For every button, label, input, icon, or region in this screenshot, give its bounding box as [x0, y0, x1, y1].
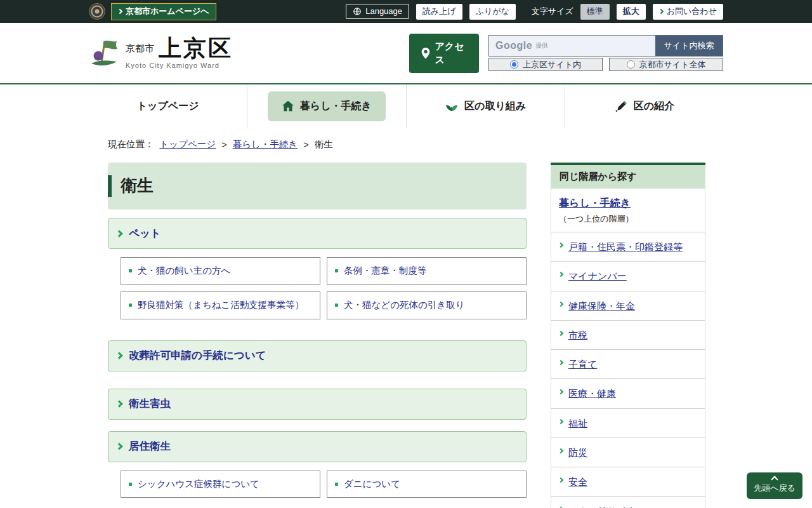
chevron-right-icon [117, 8, 122, 13]
kyoto-city-home-link[interactable]: 京都市ホームページへ [111, 3, 216, 20]
ward-name: 上京区 [159, 37, 233, 60]
section-heading-eisei-gaichu[interactable]: 衛生害虫 [108, 389, 527, 420]
sidebar-item-link[interactable]: マイナンバー [568, 269, 627, 283]
page-title-box: 衛生 [108, 163, 527, 210]
link-item[interactable]: 野良猫対策（まちねこ活動支援事業等） [121, 291, 320, 319]
sprout-icon [445, 100, 459, 112]
same-level-sidebar: 同じ階層から探す 暮らし・手続き （一つ上位の階層） 戸籍・住民票・印鑑登録等 … [551, 163, 705, 508]
sidebar-title: 同じ階層から探す [551, 165, 705, 189]
breadcrumb-label: 現在位置： [108, 138, 154, 150]
search-scope-city-option[interactable]: 京都市サイト全体 [609, 58, 723, 71]
chevron-right-icon [115, 352, 122, 359]
nav-ku-no-torikumi[interactable]: 区の取り組み [431, 91, 540, 121]
site-search: Google 提供 サイト内検索 上京区サイト内 京都市サイト全体 [488, 35, 723, 71]
section-heading-kyoju-eisei[interactable]: 居住衛生 [108, 431, 527, 462]
square-bullet-icon [129, 304, 132, 307]
contact-button[interactable]: お問い合わせ [653, 4, 723, 20]
back-to-top-button[interactable]: 先頭へ戻る [747, 472, 802, 499]
sidebar-parent-link[interactable]: 暮らし・手続き [559, 197, 631, 208]
link-label: シックハウス症候群について [138, 478, 259, 491]
nav-ku-no-shokai[interactable]: 区の紹介 [600, 91, 688, 121]
section-heading-pet[interactable]: ペット [108, 218, 527, 249]
square-bullet-icon [335, 269, 338, 272]
breadcrumb-current: 衛生 [315, 138, 333, 150]
sidebar-item-link[interactable]: 防災 [568, 445, 587, 460]
square-bullet-icon [129, 269, 132, 272]
link-label: 野良猫対策（まちねこ活動支援事業等） [138, 298, 304, 312]
link-label: 犬・猫などの死体の引き取り [344, 298, 465, 312]
chevron-right-icon [558, 272, 563, 277]
language-button[interactable]: Language [346, 4, 409, 19]
nav-shokai-label: 区の紹介 [634, 100, 674, 113]
chevron-right-icon [658, 8, 664, 13]
font-size-label: 文字サイズ [532, 6, 573, 17]
site-search-input[interactable]: Google 提供 [489, 36, 655, 56]
chevron-right-icon [115, 443, 122, 450]
font-size-large-button[interactable]: 拡大 [617, 4, 646, 20]
site-logo-link[interactable]: 京都市 上京区 Kyoto City Kamigyo Ward [89, 37, 233, 69]
kamigyo-ward-logo-icon [89, 39, 119, 67]
ward-name-english: Kyoto City Kamigyo Ward [126, 62, 233, 69]
chevron-right-icon [558, 301, 563, 306]
nav-kurashi-tetsuzuki[interactable]: 暮らし・手続き [268, 91, 386, 121]
kyoto-city-home-label: 京都市ホームページへ [126, 6, 209, 17]
link-item[interactable]: シックハウス症候群について [121, 471, 320, 498]
main-navigation: トップページ 暮らし・手続き 区の取り組み [0, 84, 812, 128]
language-label: Language [365, 6, 402, 16]
access-label: アクセス [435, 40, 468, 66]
chevron-right-icon [558, 478, 563, 483]
chevron-right-icon [115, 400, 122, 407]
section-heading-kaisou-label: 改葬許可申請の手続について [129, 349, 266, 363]
section-heading-gaichu-label: 衛生害虫 [129, 397, 171, 411]
site-search-button[interactable]: サイト内検索 [655, 36, 723, 56]
square-bullet-icon [335, 304, 338, 307]
section-heading-kaisou[interactable]: 改葬許可申請の手続について [108, 340, 527, 371]
breadcrumb-separator: > [303, 140, 308, 150]
square-bullet-icon [129, 483, 132, 486]
sidebar-item: 子育て [551, 349, 705, 378]
sidebar-item-link[interactable]: 医療・健康 [568, 386, 616, 401]
kyoto-city-emblem-icon [89, 3, 105, 20]
sidebar-item: マイナンバー [551, 261, 705, 290]
furigana-button[interactable]: ふりがな [469, 4, 516, 20]
breadcrumb-kurashi[interactable]: 暮らし・手続き [233, 138, 298, 150]
top-utility-bar: 京都市ホームページへ Language 読み上げ ふりがな 文字サイズ 標準 拡… [0, 0, 812, 23]
chevron-right-icon [558, 448, 563, 453]
sidebar-item: 防災 [551, 438, 705, 467]
house-icon [282, 100, 294, 112]
access-button[interactable]: アクセス [409, 34, 479, 73]
font-size-standard-button[interactable]: 標準 [580, 4, 610, 20]
sidebar-item: 福祉 [551, 408, 705, 438]
link-item[interactable]: 条例・憲章・制度等 [327, 257, 527, 285]
brand-text: 京都市 上京区 Kyoto City Kamigyo Ward [126, 37, 233, 69]
link-label: ダニについて [344, 478, 400, 491]
link-item[interactable]: 犬・猫の飼い主の方へ [121, 257, 320, 285]
sidebar-item-link[interactable]: 子育て [568, 357, 597, 371]
breadcrumb: 現在位置： トップページ > 暮らし・手続き > 衛生 [89, 138, 723, 150]
square-bullet-icon [335, 483, 338, 486]
link-label: 条例・憲章・制度等 [344, 264, 427, 278]
radio-selected-icon [510, 60, 518, 69]
link-item[interactable]: 犬・猫などの死体の引き取り [327, 291, 527, 319]
sidebar-item: ごみ・リサイクル [551, 496, 705, 508]
google-provided-by-label: 提供 [535, 41, 548, 50]
nav-top-page[interactable]: トップページ [123, 91, 213, 121]
radio-unselected-icon [627, 60, 635, 69]
search-scope-ward-option[interactable]: 上京区サイト内 [488, 58, 603, 71]
city-name: 京都市 [126, 43, 154, 55]
link-label: 犬・猫の飼い主の方へ [138, 264, 230, 278]
sidebar-item-link[interactable]: 安全 [568, 474, 587, 489]
nav-torikumi-label: 区の取り組み [464, 100, 526, 113]
section-heading-kyoju-label: 居住衛生 [129, 439, 171, 453]
sidebar-item-link[interactable]: 戸籍・住民票・印鑑登録等 [568, 239, 683, 254]
read-aloud-button[interactable]: 読み上げ [416, 4, 462, 20]
sidebar-item: 健康保険・年金 [551, 291, 705, 320]
sidebar-item-link[interactable]: 健康保険・年金 [568, 298, 635, 313]
map-pin-icon [421, 47, 431, 60]
section-heading-pet-label: ペット [129, 227, 161, 241]
sidebar-item-link[interactable]: 福祉 [568, 416, 587, 431]
sidebar-item-link[interactable]: 市税 [568, 328, 587, 342]
sidebar-item-link[interactable]: ごみ・リサイクル [568, 504, 646, 508]
breadcrumb-top-page[interactable]: トップページ [160, 138, 216, 150]
link-item[interactable]: ダニについて [327, 471, 527, 498]
